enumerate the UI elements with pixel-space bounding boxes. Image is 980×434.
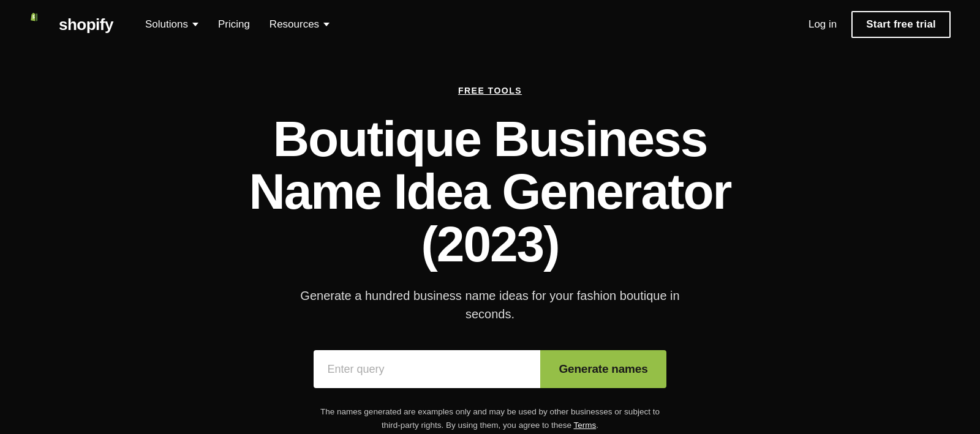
- nav-link-resources[interactable]: Resources: [262, 13, 337, 36]
- nav-right: Log in Start free trial: [809, 11, 951, 38]
- shopify-bag-icon: [29, 13, 53, 36]
- nav-link-solutions[interactable]: Solutions: [138, 13, 206, 36]
- navbar: shopify Solutions Pricing Resources: [0, 0, 980, 49]
- nav-item-pricing[interactable]: Pricing: [211, 13, 257, 36]
- disclaimer-text: The names generated are examples only an…: [318, 405, 662, 432]
- nav-link-pricing[interactable]: Pricing: [211, 13, 257, 36]
- nav-item-resources[interactable]: Resources: [262, 13, 337, 36]
- resources-chevron-icon: [323, 23, 330, 26]
- solutions-chevron-icon: [192, 23, 198, 26]
- generate-names-button[interactable]: Generate names: [540, 350, 666, 388]
- login-link[interactable]: Log in: [809, 18, 837, 31]
- logo-text: shopify: [59, 15, 113, 34]
- hero-section: FREE TOOLS Boutique Business Name Idea G…: [0, 49, 980, 434]
- start-trial-button[interactable]: Start free trial: [851, 11, 951, 38]
- query-input[interactable]: [314, 350, 540, 388]
- page-title: Boutique Business Name Idea Generator (2…: [214, 113, 766, 271]
- free-tools-link[interactable]: FREE TOOLS: [458, 86, 522, 95]
- nav-links: Solutions Pricing Resources: [138, 13, 337, 36]
- hero-subtitle: Generate a hundred business name ideas f…: [282, 286, 698, 323]
- nav-item-solutions[interactable]: Solutions: [138, 13, 206, 36]
- search-row: Generate names: [314, 350, 666, 388]
- shopify-logo[interactable]: shopify: [29, 13, 113, 36]
- nav-left: shopify Solutions Pricing Resources: [29, 13, 337, 36]
- terms-link[interactable]: Terms: [573, 421, 596, 430]
